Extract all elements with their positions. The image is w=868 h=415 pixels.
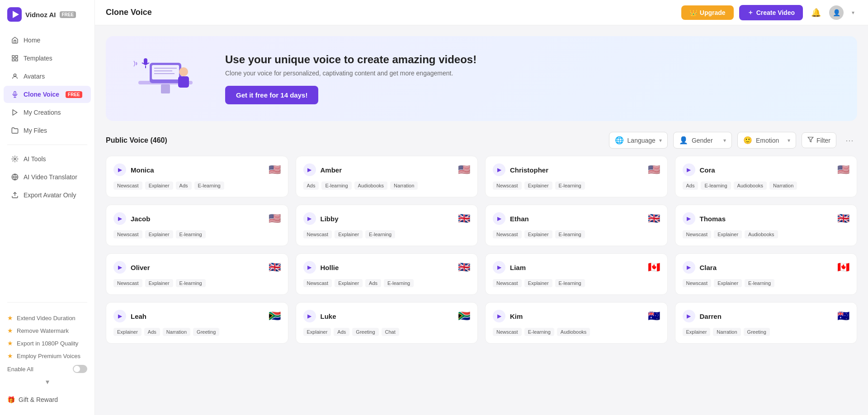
- voice-play-button[interactable]: ▶: [493, 310, 505, 322]
- page-title: Clone Voice: [106, 8, 152, 17]
- voice-name: Libby: [321, 215, 339, 223]
- upgrade-remove-watermark[interactable]: ★ Remove Watermark: [7, 324, 87, 337]
- filter-button[interactable]: Filter: [802, 132, 836, 148]
- sidebar-item-my-creations[interactable]: My Creations: [4, 104, 91, 121]
- language-chevron-icon: ▾: [659, 137, 662, 144]
- voice-name: Leah: [131, 312, 146, 320]
- voice-tag: E-learning: [745, 279, 774, 287]
- banner-cta-button[interactable]: Get it free for 14 days!: [225, 86, 318, 104]
- logo-text: Vidnoz AI: [25, 11, 56, 19]
- banner-illustration: [120, 47, 211, 110]
- voice-tag: Explainer: [714, 279, 742, 287]
- voice-card: ▶Liam🇨🇦NewscastExplainerE-learning: [485, 253, 668, 295]
- voice-play-button[interactable]: ▶: [683, 310, 695, 322]
- avatars-icon: [11, 72, 19, 80]
- gift-icon: 🎁: [7, 396, 15, 403]
- sidebar-item-templates[interactable]: Templates: [4, 50, 91, 67]
- public-voice-count: Public Voice (460): [106, 136, 167, 145]
- voice-name: Ethan: [510, 215, 529, 223]
- flag-icon: 🇦🇺: [648, 310, 660, 322]
- svg-point-22: [179, 67, 188, 76]
- voice-name: Jacob: [131, 215, 150, 223]
- voice-play-button[interactable]: ▶: [493, 212, 505, 225]
- sidebar-item-my-files[interactable]: My Files: [4, 122, 91, 139]
- upgrade-collapse-btn[interactable]: ▾: [7, 376, 87, 388]
- voice-tag: Newscast: [683, 279, 712, 287]
- voice-play-button[interactable]: ▶: [683, 163, 695, 176]
- voice-tags: AdsE-learningAudiobooksNarration: [683, 182, 850, 190]
- plus-icon: ＋: [747, 9, 754, 17]
- voice-play-button[interactable]: ▶: [303, 310, 316, 322]
- voice-card: ▶Kim🇦🇺NewscastE-learningAudiobooks: [485, 302, 668, 344]
- more-options-button[interactable]: ⋯: [842, 134, 857, 147]
- voice-name: Clara: [700, 264, 717, 271]
- create-video-button[interactable]: ＋ Create Video: [739, 5, 803, 20]
- user-avatar[interactable]: 👤: [829, 5, 844, 20]
- voice-play-button[interactable]: ▶: [493, 163, 505, 176]
- voice-tag: Newscast: [493, 279, 522, 287]
- voice-play-button[interactable]: ▶: [303, 261, 316, 274]
- voice-play-button[interactable]: ▶: [113, 212, 126, 225]
- voice-play-button[interactable]: ▶: [303, 212, 316, 225]
- voice-name: Luke: [321, 312, 336, 320]
- sidebar-item-ai-tools[interactable]: AI Tools: [4, 150, 91, 168]
- voice-tags: ExplainerAdsGreetingChat: [303, 328, 471, 336]
- notification-button[interactable]: 🔔: [808, 5, 824, 20]
- export-icon: [11, 191, 19, 199]
- flag-icon: 🇺🇸: [458, 164, 470, 176]
- user-menu-button[interactable]: ▾: [849, 7, 857, 19]
- voice-tag: E-learning: [384, 279, 414, 287]
- upgrade-button[interactable]: 👑 Upgrade: [681, 5, 734, 20]
- voice-tag: E-learning: [176, 279, 206, 287]
- flag-icon: 🇬🇧: [458, 261, 470, 273]
- voice-card: ▶Luke🇿🇦ExplainerAdsGreetingChat: [296, 302, 478, 344]
- voice-card: ▶Leah🇿🇦ExplainerAdsNarrationGreeting: [106, 302, 288, 344]
- sidebar-item-home[interactable]: Home: [4, 32, 91, 49]
- voice-tags: NewscastExplainerE-learning: [493, 182, 660, 190]
- gift-reward-item[interactable]: 🎁 Gift & Reward: [0, 392, 94, 408]
- voice-tag: Ads: [334, 328, 349, 336]
- svg-rect-5: [15, 59, 18, 61]
- ai-tools-icon: [11, 155, 19, 163]
- voice-play-button[interactable]: ▶: [683, 261, 695, 274]
- sidebar-item-ai-video-translator[interactable]: AI Video Translator: [4, 168, 91, 186]
- filters-row: Public Voice (460) 🌐 Language ▾ 👤 Gender…: [106, 132, 857, 149]
- voice-play-button[interactable]: ▶: [303, 163, 316, 176]
- voice-card: ▶Amber🇺🇸AdsE-learningAudiobooksNarration: [296, 156, 478, 197]
- sidebar-item-clone-voice[interactable]: Clone Voice FREE: [4, 86, 91, 103]
- voice-tag: E-learning: [321, 182, 351, 190]
- voice-tag: Audiobooks: [734, 182, 767, 190]
- voice-card: ▶Cora🇺🇸AdsE-learningAudiobooksNarration: [675, 156, 858, 197]
- topbar: Clone Voice 👑 Upgrade ＋ Create Video 🔔 👤…: [95, 0, 868, 25]
- voice-play-button[interactable]: ▶: [493, 261, 505, 274]
- voice-tag: Narration: [713, 328, 741, 336]
- voice-tags: NewscastExplainerAdsE-learning: [113, 182, 281, 190]
- emotion-filter[interactable]: 🙂 Emotion ▾: [737, 132, 796, 149]
- voice-tag: Explainer: [683, 328, 711, 336]
- bell-icon: 🔔: [811, 8, 821, 17]
- gender-filter[interactable]: 👤 Gender ▾: [673, 132, 732, 149]
- upgrade-export-1080p[interactable]: ★ Export in 1080P Quality: [7, 337, 87, 350]
- main-content: Clone Voice 👑 Upgrade ＋ Create Video 🔔 👤…: [95, 0, 868, 415]
- upgrade-premium-voices[interactable]: ★ Employ Premium Voices: [7, 350, 87, 362]
- voice-card-header: ▶Ethan🇬🇧: [493, 212, 660, 225]
- voice-play-button[interactable]: ▶: [683, 212, 695, 225]
- voice-tag: Explainer: [524, 230, 552, 238]
- voice-play-button[interactable]: ▶: [113, 310, 126, 322]
- enable-all-toggle[interactable]: [73, 365, 87, 373]
- enable-all-row: Enable All: [7, 362, 87, 376]
- voice-tag: Narration: [769, 182, 797, 190]
- clone-voice-icon: [11, 90, 19, 98]
- voice-tags: NewscastE-learningAudiobooks: [493, 328, 660, 336]
- voice-name: Darren: [700, 312, 722, 320]
- voice-play-button[interactable]: ▶: [113, 163, 126, 176]
- voice-play-button[interactable]: ▶: [113, 261, 126, 274]
- voice-name: Oliver: [131, 264, 150, 271]
- sidebar-item-avatars[interactable]: Avatars: [4, 68, 91, 85]
- upgrade-extend-video[interactable]: ★ Extend Video Duration: [7, 312, 87, 324]
- voice-tag: Audiobooks: [354, 182, 388, 190]
- language-filter[interactable]: 🌐 Language ▾: [609, 132, 668, 149]
- voice-tag: Newscast: [493, 230, 522, 238]
- sidebar-item-export-avatar-only[interactable]: Export Avatar Only: [4, 187, 91, 204]
- voice-tag: Greeting: [744, 328, 770, 336]
